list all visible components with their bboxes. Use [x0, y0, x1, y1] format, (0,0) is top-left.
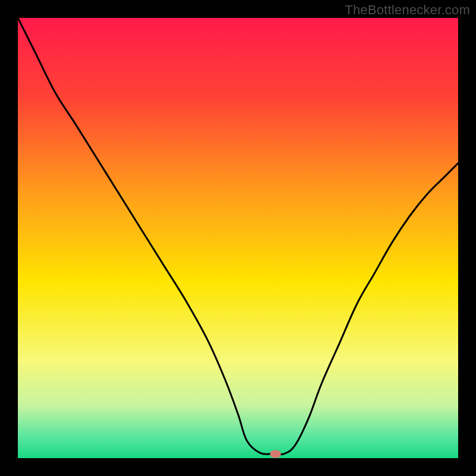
attribution-label: TheBottlenecker.com — [345, 2, 470, 18]
chart-frame: TheBottlenecker.com — [0, 0, 476, 476]
optimum-marker-icon — [270, 450, 281, 458]
bottleneck-plot — [18, 18, 458, 458]
plot-area — [18, 18, 458, 458]
gradient-background — [18, 18, 458, 458]
